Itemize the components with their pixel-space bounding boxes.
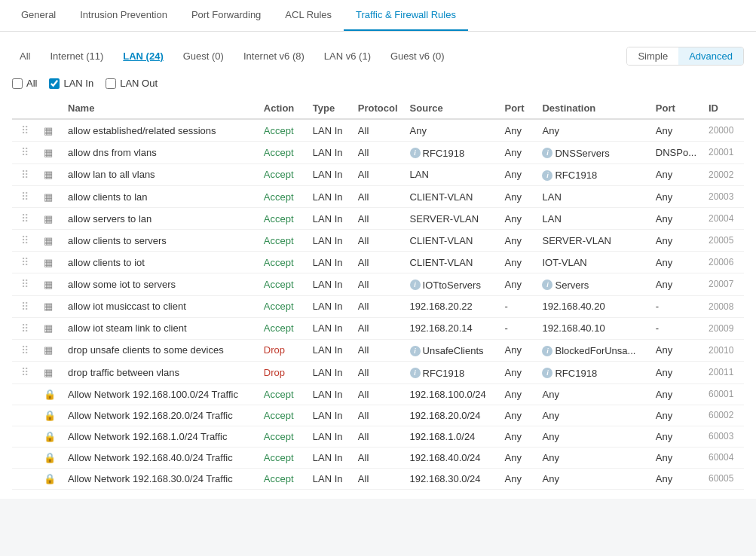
source-cell: 192.168.30.0/24 [404,468,499,489]
name-cell[interactable]: allow servers to lan [62,208,258,230]
name-cell[interactable]: Allow Network 192.168.40.0/24 Traffic [62,447,258,468]
drag-handle[interactable]: ⠿ [18,146,32,158]
filter-guestv60[interactable]: Guest v6 (0) [383,47,452,65]
drag-handle[interactable]: ⠿ [18,191,32,203]
table-row[interactable]: 🔒Allow Network 192.168.1.0/24 TrafficAcc… [12,426,744,447]
table-row[interactable]: ⠿▦allow iot musiccast to clientAcceptLAN… [12,295,744,317]
filter-bar: AllInternet (11)LAN (24)Guest (0)Interne… [12,41,744,72]
view-btn-simple[interactable]: Simple [627,47,678,65]
id-cell: 20011 [702,362,744,384]
drag-handle[interactable]: ⠿ [18,301,32,313]
filter-internetv68[interactable]: Internet v6 (8) [236,47,312,65]
checkbox-input-lan_out[interactable] [106,78,116,89]
source-port-cell: Any [498,468,536,489]
tab-traffic[interactable]: Traffic & Firewall Rules [344,0,468,31]
drag-cell[interactable]: ⠿ [12,273,38,296]
name-cell[interactable]: Allow Network 192.168.1.0/24 Traffic [62,426,258,447]
name-cell[interactable]: drop unsafe clients to some devices [62,339,258,362]
table-row[interactable]: ⠿▦allow dns from vlansAcceptLAN InAlliRF… [12,142,744,164]
type-cell: LAN In [307,252,352,273]
checkbox-lan_out[interactable]: LAN Out [106,78,158,89]
name-cell[interactable]: allow iot musiccast to client [62,295,258,317]
tab-intrusion[interactable]: Intrusion Prevention [68,0,179,31]
checkbox-label-all: All [26,78,37,89]
drag-handle[interactable]: ⠿ [18,322,32,335]
name-cell[interactable]: allow clients to iot [62,252,258,273]
drag-cell[interactable]: ⠿ [12,119,38,142]
source-port-cell: Any [498,186,536,208]
drag-cell[interactable]: ⠿ [12,252,38,273]
protocol-cell: All [352,405,404,426]
name-cell[interactable]: Allow Network 192.168.30.0/24 Traffic [62,468,258,489]
drag-cell[interactable]: ⠿ [12,317,38,339]
drag-cell[interactable]: ⠿ [12,208,38,230]
tab-general[interactable]: General [9,0,68,31]
table-row[interactable]: ⠿▦allow clients to serversAcceptLAN InAl… [12,230,744,252]
checkbox-lan_in[interactable]: LAN In [49,78,93,89]
table-row[interactable]: 🔒Allow Network 192.168.100.0/24 TrafficA… [12,383,744,405]
drag-cell[interactable]: ⠿ [12,362,38,384]
name-cell[interactable]: Allow Network 192.168.20.0/24 Traffic [62,405,258,426]
name-cell[interactable]: allow dns from vlans [62,142,258,164]
drag-handle[interactable]: ⠿ [18,344,32,356]
action-cell: Accept [258,426,307,447]
filter-internet11[interactable]: Internet (11) [42,47,111,65]
drag-handle[interactable]: ⠿ [18,124,32,136]
table-row[interactable]: ⠿▦allow clients to lanAcceptLAN InAllCLI… [12,186,744,208]
table-row[interactable]: ⠿▦allow lan to all vlansAcceptLAN InAllL… [12,163,744,186]
view-btn-advanced[interactable]: Advanced [678,47,743,65]
drag-cell[interactable]: ⠿ [12,163,38,186]
action-cell: Accept [258,273,307,296]
tab-acl[interactable]: ACL Rules [273,0,344,31]
drag-cell[interactable]: ⠿ [12,142,38,164]
row-icon-cell: ▦ [38,273,62,296]
drag-handle[interactable]: ⠿ [18,169,32,181]
table-row[interactable]: ⠿▦drop unsafe clients to some devicesDro… [12,339,744,362]
table-row[interactable]: ⠿▦allow some iot to serversAcceptLAN InA… [12,273,744,296]
drag-cell[interactable]: ⠿ [12,339,38,362]
dest-chip: iServers [542,280,589,291]
dest-port-cell: - [650,295,702,317]
drag-handle[interactable]: ⠿ [18,212,32,225]
name-cell[interactable]: allow established/related sessions [62,119,258,142]
table-row[interactable]: ⠿▦allow established/related sessionsAcce… [12,119,744,142]
view-toggle: SimpleAdvanced [626,47,744,66]
protocol-cell: All [352,273,404,296]
checkbox-input-all[interactable] [12,78,23,89]
filter-lan24[interactable]: LAN (24) [115,47,170,65]
id-cell: 20009 [702,317,744,339]
name-cell[interactable]: Allow Network 192.168.100.0/24 Traffic [62,383,258,405]
table-row[interactable]: ⠿▦allow iot steam link to clientAcceptLA… [12,317,744,339]
drag-cell[interactable]: ⠿ [12,295,38,317]
drag-handle[interactable]: ⠿ [18,366,32,378]
filter-lanv61[interactable]: LAN v6 (1) [317,47,378,65]
drag-cell[interactable]: ⠿ [12,230,38,252]
table-row[interactable]: ⠿▦drop traffic between vlansDropLAN InAl… [12,362,744,384]
type-cell: LAN In [307,119,352,142]
table-row[interactable]: 🔒Allow Network 192.168.20.0/24 TrafficAc… [12,405,744,426]
type-cell: LAN In [307,317,352,339]
table-row[interactable]: ⠿▦allow servers to lanAcceptLAN InAllSER… [12,208,744,230]
name-cell[interactable]: drop traffic between vlans [62,362,258,384]
drag-handle[interactable]: ⠿ [18,256,32,268]
filter-guest0[interactable]: Guest (0) [176,47,231,65]
name-cell[interactable]: allow clients to servers [62,230,258,252]
drag-cell [12,447,38,468]
name-cell[interactable]: allow clients to lan [62,186,258,208]
drag-cell[interactable]: ⠿ [12,186,38,208]
checkbox-all[interactable]: All [12,78,37,89]
col-icon-header [38,98,62,119]
checkbox-row: AllLAN InLAN Out [12,72,744,98]
drag-handle[interactable]: ⠿ [18,278,32,290]
drag-handle[interactable]: ⠿ [18,234,32,246]
table-row[interactable]: 🔒Allow Network 192.168.30.0/24 TrafficAc… [12,468,744,489]
table-row[interactable]: ⠿▦allow clients to iotAcceptLAN InAllCLI… [12,252,744,273]
name-cell[interactable]: allow iot steam link to client [62,317,258,339]
checkbox-input-lan_in[interactable] [49,78,60,89]
tab-portfwd[interactable]: Port Forwarding [179,0,273,31]
filter-all[interactable]: All [12,47,38,65]
name-cell[interactable]: allow lan to all vlans [62,163,258,186]
dest-port-cell: Any [650,208,702,230]
name-cell[interactable]: allow some iot to servers [62,273,258,296]
table-row[interactable]: 🔒Allow Network 192.168.40.0/24 TrafficAc… [12,447,744,468]
